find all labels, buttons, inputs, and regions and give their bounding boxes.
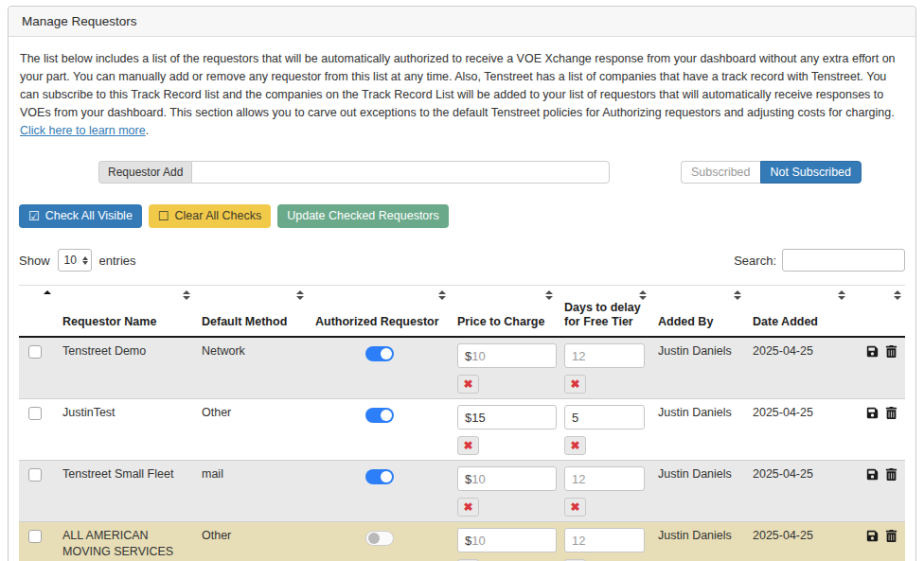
price-input[interactable]: $15 <box>457 405 557 430</box>
clear-days-button[interactable]: ✖ <box>564 436 586 455</box>
clear-all-checks-button[interactable]: ☐ Clear All Checks <box>149 204 271 228</box>
default-method: Other <box>202 406 231 419</box>
cell-actions <box>849 461 905 522</box>
table-head: Requestor Name Default Method Authorized… <box>19 286 905 338</box>
column-header-date-added[interactable]: Date Added <box>745 286 849 338</box>
delete-button[interactable] <box>885 407 897 424</box>
authorized-toggle[interactable] <box>365 346 394 361</box>
search-input[interactable] <box>782 249 905 272</box>
authorized-toggle[interactable] <box>365 531 394 546</box>
delete-button[interactable] <box>885 530 897 547</box>
checked-checkbox-icon: ☑ <box>28 210 40 222</box>
x-icon: ✖ <box>570 440 579 451</box>
column-header-8[interactable] <box>849 286 905 338</box>
clear-price-button[interactable]: ✖ <box>457 436 479 455</box>
page-size-group: Show 10 entries <box>19 249 136 272</box>
requestor-add-input[interactable] <box>191 161 610 184</box>
sort-icon <box>296 290 304 300</box>
sort-icon <box>183 290 190 300</box>
cell-default-method: Other <box>194 399 308 461</box>
row-checkbox[interactable] <box>28 530 42 543</box>
column-label: Requestor Name <box>62 315 188 329</box>
added-by: Justin Daniels <box>658 467 732 481</box>
subscribed-button[interactable]: Subscribed <box>681 161 760 184</box>
price-input[interactable]: $10 <box>457 343 557 368</box>
requestor-name: JustinTest <box>62 406 116 419</box>
authorized-toggle[interactable] <box>365 408 394 423</box>
table-row: Tenstreet Demo Network $10 ✖ 12 ✖ Justin… <box>19 337 905 399</box>
cell-added-by: Justin Daniels <box>650 461 745 522</box>
price-input[interactable]: $10 <box>457 528 557 552</box>
days-input[interactable]: 12 <box>564 528 645 552</box>
cell-price: $10 ✖ <box>450 522 557 561</box>
price-input[interactable]: $10 <box>457 466 557 491</box>
cell-price: $15 ✖ <box>450 399 557 461</box>
column-header-added-by[interactable]: Added By <box>650 286 745 338</box>
table-row: Tenstreet Small Fleet mail $10 ✖ 12 ✖ Ju… <box>19 461 905 522</box>
save-button[interactable] <box>866 345 879 362</box>
not-subscribed-button[interactable]: Not Subscribed <box>760 161 862 184</box>
authorized-toggle[interactable] <box>365 469 394 484</box>
table-controls-row: Show 10 entries Search: <box>19 249 905 272</box>
page-size-select[interactable]: 10 <box>58 249 92 272</box>
row-checkbox[interactable] <box>28 468 42 482</box>
cell-actions <box>849 337 905 399</box>
column-header-price-to-charge[interactable]: Price to Charge <box>450 286 557 338</box>
column-label: Date Added <box>753 315 844 329</box>
column-header-authorized-requestor[interactable]: Authorized Requestor <box>308 286 450 338</box>
empty-checkbox-icon: ☐ <box>158 210 169 222</box>
x-icon: ✖ <box>570 501 579 513</box>
delete-button[interactable] <box>885 468 897 485</box>
cell-default-method: Other <box>194 522 308 561</box>
row-checkbox[interactable] <box>28 407 42 420</box>
cell-default-method: Network <box>194 337 308 399</box>
cell-days: 12 ✖ <box>557 522 650 561</box>
sort-icon <box>438 290 446 300</box>
cell-authorized <box>308 522 450 561</box>
toggle-knob-icon <box>381 348 392 359</box>
column-header-days-to-delay-for-free-tier[interactable]: Days to delay for Free Tier <box>557 286 650 338</box>
requestors-tbody: Tenstreet Demo Network $10 ✖ 12 ✖ Justin… <box>19 337 905 561</box>
cell-date-added: 2025-04-25 <box>745 522 849 561</box>
save-button[interactable] <box>866 468 879 485</box>
save-icon <box>866 407 879 419</box>
days-input[interactable]: 12 <box>564 343 645 368</box>
column-header-requestor-name[interactable]: Requestor Name <box>55 286 194 338</box>
panel-body: The list below includes a list of the re… <box>9 37 915 561</box>
x-icon: ✖ <box>463 501 472 513</box>
cell-requestor-name: Tenstreet Demo <box>55 337 194 399</box>
clear-days-button[interactable]: ✖ <box>564 498 586 517</box>
cell-price: $10 ✖ <box>450 337 557 399</box>
row-checkbox[interactable] <box>28 345 42 359</box>
clear-price-button[interactable]: ✖ <box>457 498 479 517</box>
bulk-action-row: ☑ Check All Visible ☐ Clear All Checks U… <box>19 204 905 228</box>
select-spinner-icon <box>82 256 88 265</box>
learn-more-link[interactable]: Click here to learn more <box>20 124 146 137</box>
x-icon: ✖ <box>570 378 579 390</box>
trash-icon <box>885 345 897 358</box>
cell-price: $10 ✖ <box>450 461 557 522</box>
trash-icon <box>885 530 897 542</box>
intro-suffix: . <box>146 124 149 137</box>
cell-authorized <box>308 461 450 522</box>
days-input[interactable]: 12 <box>564 466 645 491</box>
save-button[interactable] <box>866 530 879 547</box>
clear-price-button[interactable]: ✖ <box>457 375 479 394</box>
search-label: Search: <box>734 254 776 268</box>
column-header-default-method[interactable]: Default Method <box>194 286 308 338</box>
column-header-0[interactable] <box>19 286 55 338</box>
days-input[interactable]: 5 <box>564 405 645 430</box>
update-checked-requestors-button[interactable]: Update Checked Requestors <box>277 204 449 228</box>
delete-button[interactable] <box>885 345 897 362</box>
trash-icon <box>885 407 897 419</box>
column-label: Default Method <box>202 315 302 329</box>
save-button[interactable] <box>866 407 879 424</box>
cell-requestor-name: JustinTest <box>55 399 194 461</box>
date-added: 2025-04-25 <box>753 406 813 419</box>
requestor-name: ALL AMERICAN MOVING SERVICES (M00265) <box>62 529 173 561</box>
check-all-visible-button[interactable]: ☑ Check All Visible <box>19 204 142 228</box>
clear-days-button[interactable]: ✖ <box>564 375 586 394</box>
date-added: 2025-04-25 <box>753 344 813 358</box>
cell-date-added: 2025-04-25 <box>745 337 849 399</box>
show-label: Show <box>19 254 50 268</box>
